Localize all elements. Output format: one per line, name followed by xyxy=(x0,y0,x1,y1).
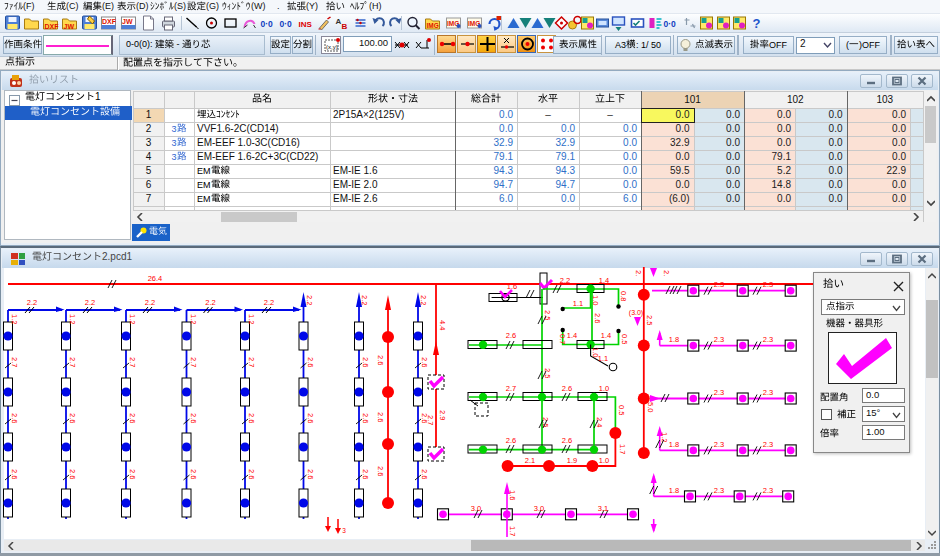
svg-text:2.6: 2.6 xyxy=(506,436,516,445)
svg-text:2.3: 2.3 xyxy=(763,280,773,289)
svg-text:3: 3 xyxy=(342,527,346,534)
svg-text:2.: 2. xyxy=(634,270,643,276)
svg-text:0·0: 0·0 xyxy=(280,19,293,29)
svg-text:1.4: 1.4 xyxy=(599,276,609,285)
svg-text:1.8: 1.8 xyxy=(669,486,679,495)
svg-text:2.3: 2.3 xyxy=(714,440,724,449)
svg-text:DXF: DXF xyxy=(102,18,117,25)
svg-text:0.7: 0.7 xyxy=(558,334,567,344)
svg-text:2.6: 2.6 xyxy=(593,313,602,323)
svg-text:2.7: 2.7 xyxy=(506,384,516,393)
svg-text:2.2: 2.2 xyxy=(560,276,570,285)
svg-text:2.3: 2.3 xyxy=(763,440,773,449)
svg-text:1.7: 1.7 xyxy=(618,444,627,454)
svg-text:5.0: 5.0 xyxy=(646,402,655,412)
svg-text:0·0: 0·0 xyxy=(664,19,677,29)
svg-text:2.5: 2.5 xyxy=(645,315,654,325)
svg-text:1.6: 1.6 xyxy=(508,490,517,500)
svg-text:2.3: 2.3 xyxy=(714,280,724,289)
svg-text:2.3: 2.3 xyxy=(763,335,773,344)
svg-text:2.5: 2.5 xyxy=(543,310,552,320)
svg-text:B: B xyxy=(342,22,348,31)
svg-text:JW: JW xyxy=(64,23,75,30)
svg-text:2.3: 2.3 xyxy=(714,335,724,344)
svg-text:(x,y): (x,y) xyxy=(326,44,338,50)
svg-text:2.3: 2.3 xyxy=(763,486,773,495)
svg-text:3.1: 3.1 xyxy=(598,504,608,513)
svg-text:4.4: 4.4 xyxy=(438,320,447,330)
svg-text:1.1: 1.1 xyxy=(573,299,583,308)
svg-text:2.6: 2.6 xyxy=(376,412,385,422)
svg-text:1.8: 1.8 xyxy=(669,335,679,344)
svg-text:0·0: 0·0 xyxy=(261,19,274,29)
svg-text:IMG: IMG xyxy=(427,22,439,29)
svg-text:2.3: 2.3 xyxy=(763,388,773,397)
svg-text:0.5: 0.5 xyxy=(620,334,629,344)
svg-text:0.8: 0.8 xyxy=(619,291,628,301)
svg-text:1.8: 1.8 xyxy=(669,440,679,449)
svg-text:?: ? xyxy=(753,16,761,31)
svg-text:3.0: 3.0 xyxy=(534,504,544,513)
svg-text:2.: 2. xyxy=(662,270,671,276)
svg-text:1.0: 1.0 xyxy=(599,456,609,465)
svg-text:INS: INS xyxy=(299,20,313,29)
svg-text:3.0: 3.0 xyxy=(471,504,481,513)
svg-text:2.6: 2.6 xyxy=(562,384,572,393)
svg-text:(3.0): (3.0) xyxy=(629,309,643,317)
svg-text:1.6: 1.6 xyxy=(507,282,517,291)
svg-text:JW: JW xyxy=(122,18,133,25)
svg-text:2.6: 2.6 xyxy=(376,355,385,365)
svg-text:2.6: 2.6 xyxy=(562,436,572,445)
svg-text:1.7: 1.7 xyxy=(508,526,517,536)
svg-text:0.5: 0.5 xyxy=(617,405,626,415)
svg-text:1.1: 1.1 xyxy=(598,354,608,363)
svg-text:2.9: 2.9 xyxy=(438,410,447,420)
svg-text:1.9: 1.9 xyxy=(567,456,577,465)
svg-text:2.3: 2.3 xyxy=(714,486,724,495)
svg-text:1.4: 1.4 xyxy=(601,331,611,340)
svg-text:2.6: 2.6 xyxy=(376,466,385,476)
svg-text:2.5: 2.5 xyxy=(543,368,552,378)
svg-text:1.2: 1.2 xyxy=(660,432,669,442)
svg-text:1.4: 1.4 xyxy=(567,331,577,340)
svg-text:DXF: DXF xyxy=(45,23,60,30)
svg-text:2.3: 2.3 xyxy=(714,388,724,397)
svg-text:2.7: 2.7 xyxy=(426,415,435,425)
svg-text:2.1: 2.1 xyxy=(525,456,535,465)
svg-text:2.4: 2.4 xyxy=(595,417,604,427)
svg-text:2.6: 2.6 xyxy=(506,331,516,340)
svg-text:1.0: 1.0 xyxy=(599,384,609,393)
svg-text:26.4: 26.4 xyxy=(148,274,163,283)
